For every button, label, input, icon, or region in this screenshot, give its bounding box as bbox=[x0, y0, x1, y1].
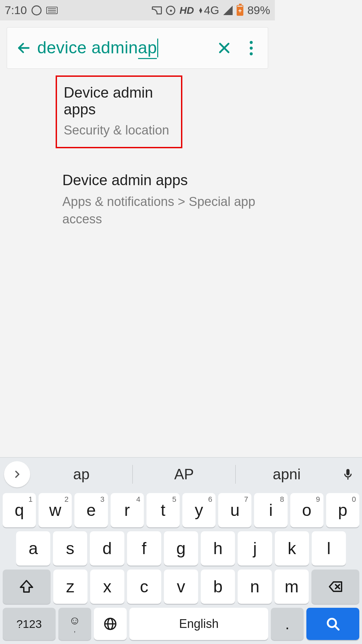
result-item[interactable]: Device admin apps Apps & notifications >… bbox=[0, 162, 275, 238]
chevron-right-icon bbox=[12, 469, 22, 479]
on-screen-keyboard: ap AP apni q1w2e3r4t5y6u7i8o9p0 asdfghjk… bbox=[0, 457, 275, 489]
back-button[interactable] bbox=[10, 35, 37, 61]
result-subtitle: Security & location bbox=[64, 122, 174, 139]
search-input[interactable]: device admin ap bbox=[37, 38, 211, 58]
hd-indicator: HD bbox=[179, 5, 194, 16]
keyboard-indicator-icon bbox=[46, 7, 58, 14]
network-type: 4G bbox=[204, 4, 219, 17]
result-item-highlighted[interactable]: Device admin apps Security & location bbox=[56, 75, 182, 148]
suggestion-row: ap AP apni bbox=[0, 458, 275, 489]
search-text-composing: ap bbox=[138, 38, 157, 59]
result-title: Device admin apps bbox=[64, 84, 174, 118]
search-bar: device admin ap bbox=[7, 27, 268, 69]
mobile-data-indicator: ▲▼ 4G bbox=[198, 4, 219, 17]
battery-charge-icon: + bbox=[237, 7, 243, 15]
result-title: Device admin apps bbox=[62, 172, 261, 189]
search-results: Device admin apps Security & location De… bbox=[0, 75, 275, 238]
clear-search-button[interactable] bbox=[211, 35, 238, 61]
signal-icon bbox=[223, 6, 233, 15]
status-bar: 7:10 HD ▲▼ 4G + 89% bbox=[0, 0, 275, 20]
suggestion[interactable]: AP bbox=[133, 466, 235, 483]
suggestion[interactable]: ap bbox=[30, 466, 132, 483]
cast-icon bbox=[152, 6, 162, 14]
search-text-prefix: device admin bbox=[37, 38, 138, 57]
close-icon bbox=[217, 41, 232, 55]
suggestion[interactable]: apni bbox=[236, 466, 275, 483]
ring-icon bbox=[32, 5, 42, 15]
text-caret bbox=[157, 39, 158, 57]
result-subtitle: Apps & notifications > Special app acces… bbox=[62, 193, 261, 228]
more-options-button[interactable] bbox=[238, 35, 264, 61]
battery-percent: 89% bbox=[247, 4, 270, 17]
arrow-left-icon bbox=[16, 41, 31, 55]
battery-icon: + bbox=[237, 5, 243, 16]
expand-suggestions-button[interactable] bbox=[4, 461, 30, 487]
status-time: 7:10 bbox=[5, 4, 27, 17]
hotspot-icon bbox=[166, 6, 175, 15]
more-vert-icon bbox=[250, 41, 253, 55]
